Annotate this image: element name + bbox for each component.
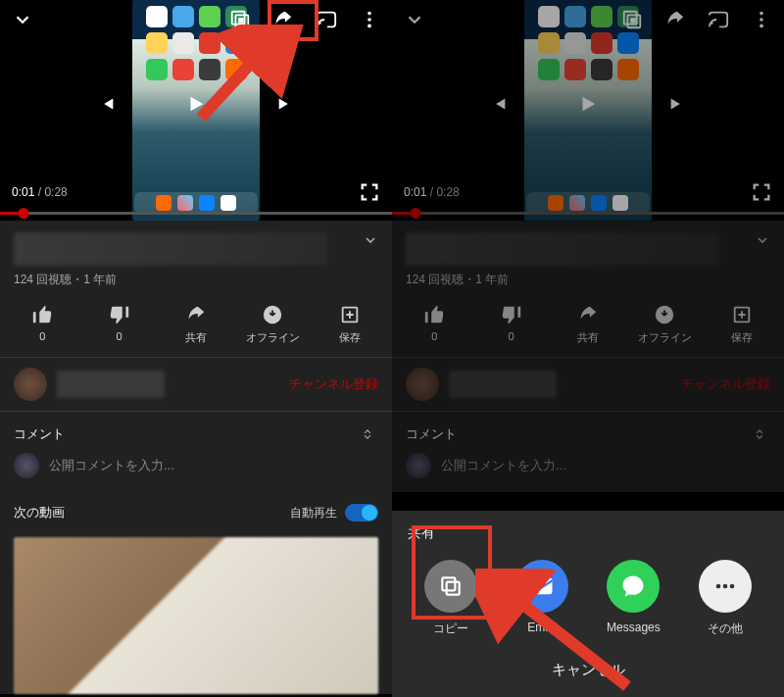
svg-line-8 bbox=[201, 32, 279, 118]
sort-icon[interactable] bbox=[357, 423, 378, 445]
autoplay-toggle[interactable] bbox=[345, 504, 378, 522]
comments-header: コメント bbox=[14, 425, 65, 443]
duration: 0:28 bbox=[44, 185, 67, 199]
more-vert-icon[interactable] bbox=[359, 9, 380, 30]
video-title bbox=[14, 232, 327, 266]
svg-rect-11 bbox=[631, 19, 635, 23]
up-next-header: 次の動画 bbox=[14, 504, 65, 522]
subscribe-button[interactable]: チャンネル登録 bbox=[289, 375, 378, 393]
annotation-arrow bbox=[475, 569, 642, 696]
share-button[interactable]: 共有 bbox=[161, 304, 231, 345]
svg-point-22 bbox=[729, 584, 734, 589]
svg-point-12 bbox=[760, 12, 763, 16]
offline-button[interactable]: オフライン bbox=[237, 304, 308, 345]
channel-name bbox=[57, 371, 165, 398]
comment-input[interactable]: 公開コメントを入力... bbox=[49, 457, 174, 474]
previous-button[interactable] bbox=[95, 93, 117, 115]
video-meta: 124 回視聴・1 年前 bbox=[0, 268, 392, 298]
svg-point-13 bbox=[760, 18, 763, 22]
save-button[interactable]: 保存 bbox=[315, 304, 385, 345]
chevron-down-icon[interactable] bbox=[12, 9, 33, 30]
more-vert-icon[interactable] bbox=[751, 9, 772, 30]
next-video-thumbnail[interactable] bbox=[14, 537, 378, 694]
share-more-button[interactable]: その他 bbox=[699, 560, 752, 637]
screenshot-right: 0:01 / 0:28 124 回視聴・1 年前 0 0 共有 オフライン 保存… bbox=[392, 0, 784, 697]
svg-point-3 bbox=[368, 12, 371, 16]
more-icon bbox=[699, 560, 752, 613]
progress-bar[interactable] bbox=[0, 212, 392, 215]
screenshot-left: 0:01 / 0:28 124 回視聴・1 年前 0 0 共有 オフライン 保存 bbox=[0, 0, 392, 697]
expand-icon[interactable] bbox=[363, 232, 378, 252]
autoplay-toggle-icon[interactable] bbox=[621, 9, 643, 30]
like-count: 0 bbox=[39, 330, 45, 342]
channel-row[interactable]: チャンネル登録 bbox=[0, 358, 392, 412]
autoplay-label: 自動再生 bbox=[290, 505, 337, 522]
svg-point-4 bbox=[368, 18, 371, 22]
dislike-count: 0 bbox=[117, 330, 122, 342]
annotation-arrow bbox=[181, 25, 309, 132]
user-avatar bbox=[14, 453, 39, 478]
svg-rect-2 bbox=[239, 19, 243, 23]
next-button[interactable] bbox=[667, 93, 689, 115]
chevron-down-icon[interactable] bbox=[404, 9, 425, 30]
time-display: 0:01 / 0:28 bbox=[12, 185, 68, 199]
svg-point-20 bbox=[715, 584, 720, 589]
dislike-button[interactable]: 0 bbox=[84, 304, 155, 345]
fullscreen-icon[interactable] bbox=[359, 181, 380, 203]
video-player[interactable]: 0:01 / 0:28 bbox=[392, 0, 784, 221]
previous-button[interactable] bbox=[487, 93, 509, 115]
svg-line-23 bbox=[490, 578, 627, 686]
play-button[interactable] bbox=[577, 93, 599, 115]
fullscreen-icon[interactable] bbox=[751, 181, 772, 203]
share-icon[interactable] bbox=[664, 9, 686, 30]
svg-point-21 bbox=[722, 584, 727, 589]
svg-point-5 bbox=[368, 25, 371, 28]
current-time: 0:01 bbox=[12, 185, 34, 199]
cast-icon[interactable] bbox=[708, 9, 729, 30]
cast-icon[interactable] bbox=[316, 9, 337, 30]
svg-point-14 bbox=[760, 25, 763, 28]
channel-avatar bbox=[14, 368, 47, 401]
like-button[interactable]: 0 bbox=[7, 304, 77, 345]
